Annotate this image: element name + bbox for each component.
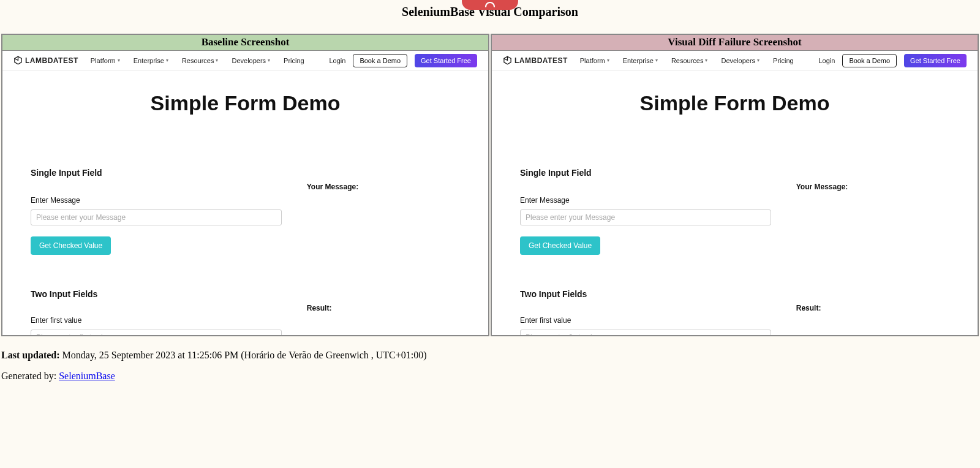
chevron-down-icon: ▾	[118, 58, 120, 63]
topbar: LAMBDATEST Platform▾ Enterprise▾ Resourc…	[492, 51, 978, 70]
last-updated-line: Last updated: Monday, 25 September 2023 …	[1, 350, 979, 361]
book-demo-button[interactable]: Book a Demo	[842, 54, 897, 67]
topbar: LAMBDATEST Platform▾ Enterprise▾ Resourc…	[2, 51, 488, 70]
badge-arc-icon	[484, 2, 496, 8]
failure-header: Visual Diff Failure Screenshot	[492, 35, 978, 51]
get-checked-value-button[interactable]: Get Checked Value	[520, 236, 600, 255]
chevron-down-icon: ▾	[757, 58, 760, 63]
enter-message-label: Enter Message	[520, 196, 772, 205]
nav-resources[interactable]: Resources▾	[182, 57, 219, 64]
generated-by-line: Generated by: SeleniumBase	[1, 371, 979, 382]
chevron-down-icon: ▾	[607, 58, 609, 63]
single-input-section: Single Input Field Enter Message Get Che…	[504, 168, 965, 255]
nav: Platform▾ Enterprise▾ Resources▾ Develop…	[580, 57, 794, 64]
nav-platform[interactable]: Platform▾	[91, 57, 120, 64]
message-input[interactable]	[520, 209, 771, 225]
chevron-down-icon: ▾	[268, 58, 270, 63]
chevron-down-icon: ▾	[705, 58, 707, 63]
nav: Platform▾ Enterprise▾ Resources▾ Develop…	[91, 57, 304, 64]
app-body: Simple Form Demo Single Input Field Ente…	[492, 91, 978, 335]
chevron-down-icon: ▾	[216, 58, 218, 63]
logo-text: LAMBDATEST	[25, 56, 78, 65]
enter-message-label: Enter Message	[31, 196, 282, 205]
single-input-section: Single Input Field Enter Message Get Che…	[15, 168, 476, 255]
nav-enterprise[interactable]: Enterprise▾	[623, 57, 658, 64]
nav-pricing[interactable]: Pricing	[284, 57, 304, 64]
result-label: Result:	[307, 304, 476, 312]
two-input-section: Two Input Fields Enter first value Resul…	[504, 289, 965, 335]
logo[interactable]: LAMBDATEST	[503, 56, 568, 65]
failure-panel: Visual Diff Failure Screenshot LAMBDATES…	[491, 34, 979, 336]
nav-enterprise[interactable]: Enterprise▾	[134, 57, 168, 64]
logo-text: LAMBDATEST	[514, 56, 568, 65]
last-updated-value: Monday, 25 September 2023 at 11:25:06 PM…	[60, 350, 427, 360]
nav-developers[interactable]: Developers▾	[721, 57, 760, 64]
auth-area: Login Book a Demo Get Started Free	[818, 54, 967, 67]
app-body: Simple Form Demo Single Input Field Ente…	[2, 91, 488, 335]
nav-platform[interactable]: Platform▾	[580, 57, 609, 64]
footer: Last updated: Monday, 25 September 2023 …	[0, 350, 980, 382]
seleniumbase-link[interactable]: SeleniumBase	[59, 371, 115, 381]
first-value-input[interactable]	[31, 330, 282, 335]
chevron-down-icon: ▾	[655, 58, 658, 63]
single-section-title: Single Input Field	[520, 168, 772, 178]
first-value-label: Enter first value	[520, 316, 772, 325]
login-link[interactable]: Login	[329, 57, 345, 64]
nav-developers[interactable]: Developers▾	[232, 57, 270, 64]
top-badge	[462, 0, 518, 10]
baseline-app: LAMBDATEST Platform▾ Enterprise▾ Resourc…	[2, 51, 488, 335]
logo[interactable]: LAMBDATEST	[13, 56, 78, 65]
result-label: Result:	[796, 304, 965, 312]
auth-area: Login Book a Demo Get Started Free	[329, 54, 477, 67]
baseline-header: Baseline Screenshot	[2, 35, 488, 51]
app-heading: Simple Form Demo	[504, 91, 965, 115]
your-message-label: Your Message:	[307, 183, 476, 191]
logo-icon	[13, 56, 23, 65]
nav-resources[interactable]: Resources▾	[671, 57, 708, 64]
failure-app: LAMBDATEST Platform▾ Enterprise▾ Resourc…	[492, 51, 978, 335]
single-section-title: Single Input Field	[31, 168, 282, 178]
baseline-panel: Baseline Screenshot LAMBDATEST Platform▾…	[1, 34, 489, 336]
two-section-title: Two Input Fields	[520, 289, 772, 299]
get-started-button[interactable]: Get Started Free	[415, 54, 477, 67]
login-link[interactable]: Login	[818, 57, 835, 64]
book-demo-button[interactable]: Book a Demo	[353, 54, 407, 67]
two-input-section: Two Input Fields Enter first value Resul…	[15, 289, 476, 335]
comparison-container: Baseline Screenshot LAMBDATEST Platform▾…	[0, 34, 980, 336]
message-input[interactable]	[31, 209, 282, 225]
first-value-input[interactable]	[520, 330, 771, 335]
two-section-title: Two Input Fields	[31, 289, 282, 299]
app-heading: Simple Form Demo	[15, 91, 476, 115]
get-started-button[interactable]: Get Started Free	[904, 54, 967, 67]
nav-pricing[interactable]: Pricing	[773, 57, 794, 64]
chevron-down-icon: ▾	[166, 58, 168, 63]
logo-icon	[503, 56, 512, 65]
get-checked-value-button[interactable]: Get Checked Value	[31, 236, 111, 255]
your-message-label: Your Message:	[796, 183, 965, 191]
generated-by-label: Generated by:	[1, 371, 59, 381]
last-updated-label: Last updated:	[1, 350, 60, 360]
first-value-label: Enter first value	[31, 316, 282, 325]
